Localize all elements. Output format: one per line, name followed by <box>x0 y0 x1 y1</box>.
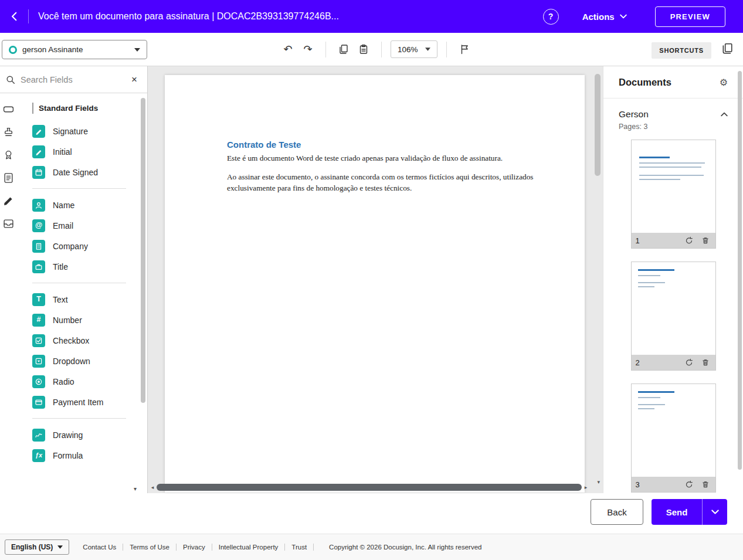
scroll-left-arrow-icon[interactable]: ◂ <box>150 484 155 490</box>
formula-icon: ƒx <box>32 449 45 462</box>
rotate-page-icon[interactable] <box>683 235 695 246</box>
field-signature[interactable]: Signature <box>32 121 139 141</box>
preview-button[interactable]: PREVIEW <box>655 6 725 27</box>
page-thumbnail-3[interactable]: 3 <box>631 383 716 493</box>
clear-search-icon[interactable]: × <box>127 73 141 87</box>
recipient-color-dot <box>9 46 17 54</box>
document-heading: Contrato de Teste <box>227 140 548 150</box>
pages-panel-icon[interactable] <box>718 40 736 58</box>
search-icon <box>6 75 15 84</box>
horizontal-scrollbar[interactable]: ◂ ▸ <box>150 483 589 491</box>
vertical-scrollbar-thumb[interactable] <box>595 74 600 176</box>
sidebar-scrollbar[interactable]: ▾ <box>141 97 146 492</box>
custom-fields-rail-icon[interactable] <box>2 217 15 230</box>
undo-icon[interactable]: ↶ <box>279 40 297 58</box>
standard-fields-rail-icon[interactable] <box>2 103 15 116</box>
back-chevron-icon[interactable] <box>5 6 25 26</box>
field-checkbox[interactable]: Checkbox <box>32 330 139 351</box>
field-radio[interactable]: Radio <box>32 371 139 392</box>
sidebar-scrollbar-thumb[interactable] <box>141 98 145 403</box>
footer-link-contact-us[interactable]: Contact Us <box>76 544 123 551</box>
back-button[interactable]: Back <box>591 499 643 525</box>
comments-flag-icon[interactable] <box>456 40 473 58</box>
stamp-rail-icon[interactable] <box>2 125 15 138</box>
footer-link-trust[interactable]: Trust <box>285 544 314 551</box>
help-icon[interactable]: ? <box>543 9 559 25</box>
copy-icon[interactable] <box>335 40 352 58</box>
field-drawing[interactable]: Drawing <box>32 425 139 445</box>
chevron-down-icon <box>134 48 140 52</box>
field-name[interactable]: Name <box>32 195 139 215</box>
notes-rail-icon[interactable] <box>2 171 15 184</box>
panel-scrollbar[interactable] <box>738 70 742 490</box>
footer-link-intellectual-property[interactable]: Intellectual Property <box>212 544 286 551</box>
actions-label: Actions <box>582 12 615 22</box>
horizontal-scrollbar-thumb[interactable] <box>157 484 582 491</box>
fields-sidebar: × Standard Fields Signature Initial <box>0 66 148 493</box>
field-number[interactable]: # Number <box>32 310 139 330</box>
search-fields-input[interactable] <box>21 75 122 84</box>
rotate-page-icon[interactable] <box>683 478 695 490</box>
email-icon: @ <box>32 219 45 232</box>
rotate-page-icon[interactable] <box>683 357 695 368</box>
thumbnail-preview <box>632 262 715 355</box>
field-payment-item[interactable]: Payment Item <box>32 392 139 412</box>
thumbnail-toolbar: 1 <box>632 233 715 248</box>
delete-page-icon[interactable] <box>700 357 711 368</box>
field-text[interactable]: T Text <box>32 289 139 310</box>
panel-scrollbar-thumb[interactable] <box>738 71 742 470</box>
field-dropdown[interactable]: Dropdown <box>32 351 139 371</box>
field-date-signed[interactable]: Date Signed <box>32 162 139 182</box>
envelope-title: Você tem um documento para assinatura | … <box>38 11 543 22</box>
recipient-selector[interactable]: gerson Assinante <box>2 40 147 59</box>
chevron-down-icon <box>620 14 627 19</box>
scroll-down-arrow-icon[interactable]: ▾ <box>597 479 600 485</box>
number-icon: # <box>32 314 45 327</box>
header-divider <box>28 9 29 23</box>
field-title[interactable]: Title <box>32 256 139 277</box>
language-selector[interactable]: English (US) <box>5 539 69 555</box>
group-divider <box>32 418 126 419</box>
send-button[interactable]: Send <box>652 499 702 525</box>
field-formula[interactable]: ƒx Formula <box>32 445 139 466</box>
standard-fields-list: Standard Fields Signature Initial Date S… <box>16 93 147 493</box>
radio-icon <box>32 375 45 388</box>
gear-icon[interactable]: ⚙ <box>720 77 728 88</box>
page-thumbnail-1[interactable]: 1 <box>631 140 716 249</box>
gear-glyph: ⚙ <box>720 77 728 87</box>
search-row: × <box>0 66 147 93</box>
scroll-down-arrow-icon[interactable]: ▾ <box>134 486 137 492</box>
field-company[interactable]: Company <box>32 236 139 256</box>
thumbnail-preview <box>632 140 715 233</box>
company-icon <box>32 240 45 253</box>
thumbnail-preview <box>632 384 715 477</box>
collapse-chevron-icon[interactable] <box>721 112 728 117</box>
footer-link-terms-of-use[interactable]: Terms of Use <box>123 544 177 551</box>
sidebar-body: Standard Fields Signature Initial Date S… <box>0 93 147 493</box>
zoom-control[interactable]: 106% <box>391 40 437 58</box>
toolbar-separator <box>325 42 326 57</box>
field-email[interactable]: @ Email <box>32 215 139 236</box>
document-page[interactable]: Contrato de Teste Este é um documento Wo… <box>165 75 585 493</box>
section-title: Standard Fields <box>32 103 139 114</box>
copyright-text: Copyright © 2026 Docusign, Inc. All righ… <box>329 544 481 551</box>
document-paragraph: Este é um documento Word de teste criado… <box>227 153 548 164</box>
field-initial[interactable]: Initial <box>32 141 139 162</box>
vertical-scrollbar[interactable] <box>595 74 601 477</box>
paste-clipboard-icon[interactable] <box>355 40 372 58</box>
shortcuts-button[interactable]: SHORTCUTS <box>652 42 711 59</box>
footer-link-privacy[interactable]: Privacy <box>177 544 212 551</box>
redo-icon[interactable]: ↷ <box>299 40 317 58</box>
page-thumbnail-2[interactable]: 2 <box>631 262 716 371</box>
scroll-right-arrow-icon[interactable]: ▸ <box>583 484 589 490</box>
documents-panel-header: Documents ⚙ <box>603 66 743 99</box>
signature-icon <box>32 125 45 138</box>
actions-menu-button[interactable]: Actions <box>582 12 627 22</box>
close-glyph: × <box>131 74 137 86</box>
delete-page-icon[interactable] <box>700 235 711 246</box>
undo-glyph: ↶ <box>283 43 292 56</box>
send-options-chevron-icon[interactable] <box>702 499 727 525</box>
seal-rail-icon[interactable] <box>2 148 15 161</box>
delete-page-icon[interactable] <box>700 478 711 490</box>
draw-rail-icon[interactable] <box>2 194 15 207</box>
